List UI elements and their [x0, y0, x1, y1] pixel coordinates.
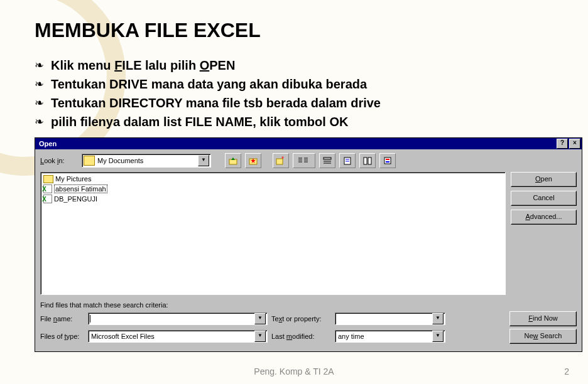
list-item[interactable]: X DB_PENGUJI: [42, 194, 504, 204]
list-view-button[interactable]: [293, 153, 315, 168]
slide-title: MEMBUKA FILE EXCEL: [35, 19, 553, 42]
details-view-button[interactable]: [319, 153, 335, 168]
dialog-title: Open: [36, 140, 555, 147]
folder-icon: [43, 175, 53, 183]
svg-rect-18: [384, 157, 391, 164]
dialog-titlebar[interactable]: Open ? ×: [35, 138, 582, 149]
filename-label: File name:: [40, 315, 84, 323]
svg-rect-16: [364, 157, 367, 164]
text-property-input[interactable]: ▼: [335, 312, 445, 325]
find-now-button[interactable]: Find Now: [509, 311, 577, 326]
bullet-item: Tentukan DRIVE mana data yang akan dibuk…: [35, 75, 553, 93]
open-button[interactable]: Open: [511, 172, 577, 187]
list-item[interactable]: X absensi Fatimah: [42, 184, 504, 194]
lookin-combo[interactable]: My Documents ▼: [82, 154, 211, 168]
lastmod-label: Last modified:: [271, 333, 331, 340]
file-name: My Pictures: [55, 175, 91, 183]
file-list[interactable]: My Pictures X absensi Fatimah X DB_PENGU…: [40, 172, 506, 295]
file-name: DB_PENGUJI: [54, 195, 97, 203]
svg-rect-19: [386, 159, 389, 160]
svg-rect-10: [324, 157, 331, 159]
search-title: Find files that match these search crite…: [40, 301, 577, 309]
dropdown-button[interactable]: ▼: [198, 155, 209, 166]
close-button[interactable]: ×: [569, 139, 580, 149]
properties-button[interactable]: [339, 153, 356, 168]
cancel-button[interactable]: Cancel: [511, 191, 577, 206]
lastmod-input[interactable]: any time ▼: [335, 330, 445, 343]
add-favorites-button[interactable]: *: [273, 153, 289, 168]
dropdown-button[interactable]: ▼: [432, 313, 444, 324]
folder-icon: [84, 156, 95, 166]
excel-icon: X: [43, 195, 52, 203]
dropdown-button[interactable]: ▼: [254, 331, 266, 342]
preview-button[interactable]: [359, 153, 376, 168]
up-one-level-button[interactable]: [225, 153, 241, 168]
filetype-label: Files of type:: [40, 333, 84, 340]
excel-icon: X: [43, 184, 52, 193]
lookin-label: Look in:: [40, 157, 78, 164]
new-search-button[interactable]: New Search: [509, 329, 577, 344]
help-button[interactable]: ?: [557, 139, 568, 149]
favorites-button[interactable]: [245, 153, 261, 168]
lookin-row: Look in: My Documents ▼ *: [35, 149, 582, 172]
dialog-body: My Pictures X absensi Fatimah X DB_PENGU…: [35, 172, 582, 300]
file-name: absensi Fatimah: [54, 184, 107, 193]
filetype-input[interactable]: Microsoft Excel Files ▼: [88, 330, 268, 343]
svg-rect-20: [386, 161, 389, 163]
slide-content: MEMBUKA FILE EXCEL Klik menu FILE lalu p…: [0, 0, 588, 352]
bullet-item: pilih filenya dalam list FILE NAME, klik…: [35, 112, 553, 131]
tools-button[interactable]: [379, 153, 396, 168]
text-cursor: [90, 315, 90, 323]
dropdown-button[interactable]: ▼: [432, 331, 444, 342]
slide-footer: Peng. Komp & TI 2A: [0, 366, 588, 376]
svg-rect-17: [368, 157, 371, 164]
lookin-value: My Documents: [97, 157, 198, 164]
bullet-item: Klik menu FILE lalu pilih OPEN: [35, 56, 553, 75]
svg-rect-0: [229, 159, 237, 164]
page-number: 2: [564, 366, 569, 376]
open-dialog: Open ? × Look in: My Documents ▼ *: [35, 137, 582, 352]
dropdown-button[interactable]: ▼: [254, 313, 266, 324]
filename-input[interactable]: ▼: [88, 312, 268, 325]
dialog-buttons: Open Cancel Advanced...: [511, 172, 577, 295]
text-property-label: Text or property:: [271, 315, 331, 323]
search-area: Find files that match these search crite…: [35, 300, 582, 351]
advanced-button[interactable]: Advanced...: [511, 210, 577, 225]
bullet-list: Klik menu FILE lalu pilih OPEN Tentukan …: [35, 56, 553, 131]
list-item[interactable]: My Pictures: [42, 174, 504, 184]
svg-text:*: *: [281, 156, 284, 163]
bullet-item: Tentukan DIRECTORY mana file tsb berada …: [35, 93, 553, 112]
